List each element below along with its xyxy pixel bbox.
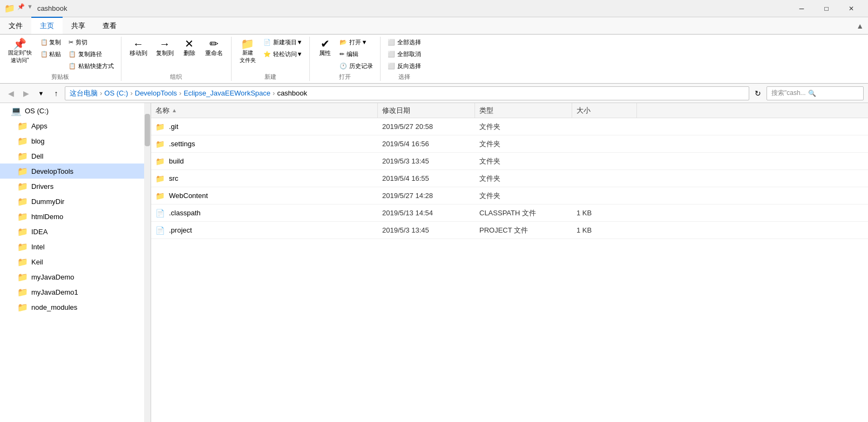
new-folder-icon: 📁: [241, 38, 254, 49]
pin-icon: 📌: [17, 3, 25, 13]
column-size-label: 大小: [577, 106, 591, 115]
sidebar-item-developtools[interactable]: 📁 DevelopTools: [0, 164, 151, 179]
select-label: 选择: [398, 73, 410, 81]
invert-selection-label: 反向选择: [397, 62, 421, 70]
path-sep-3: ›: [273, 89, 275, 97]
table-row[interactable]: 📁 src 2019/5/4 16:55 文件夹: [151, 170, 868, 187]
copy-button[interactable]: 📋 复制: [37, 37, 65, 48]
select-all-label: 全部选择: [397, 38, 421, 46]
main-layout: 💻 OS (C:) 📁 Apps 📁 blog 📁 Dell 📁 Develop…: [0, 103, 868, 422]
file-date-webcontent: 2019/5/27 14:28: [378, 187, 475, 204]
path-segment-4[interactable]: cashbook: [277, 89, 307, 97]
close-button[interactable]: ✕: [839, 0, 864, 17]
column-header-date[interactable]: 修改日期: [378, 103, 475, 118]
table-row[interactable]: 📁 build 2019/5/3 13:45 文件夹: [151, 153, 868, 170]
organize-buttons: ← 移动到 → 复制到 ✕ 删除 ✏ 重命名: [126, 37, 227, 72]
easy-access-label: 轻松访问▼: [273, 50, 303, 58]
ribbon-group-select: ⬜ 全部选择 ⬜ 全部取消 ⬜ 反向选择 选择: [381, 37, 428, 81]
cut-button[interactable]: ✂ 剪切: [66, 37, 117, 48]
history-icon: 🕐: [340, 63, 347, 70]
move-to-button[interactable]: ← 移动到: [126, 37, 151, 59]
copy-path-button[interactable]: 📋 复制路径: [66, 49, 117, 60]
table-row[interactable]: 📁 WebContent 2019/5/27 14:28 文件夹: [151, 187, 868, 205]
sidebar-item-htmldemo[interactable]: 📁 htmlDemo: [0, 209, 151, 224]
sidebar-blog-label: blog: [31, 137, 45, 145]
search-box[interactable]: 搜索"cash... 🔍: [767, 86, 864, 100]
delete-button[interactable]: ✕ 删除: [179, 37, 200, 59]
tab-file[interactable]: 文件: [0, 17, 31, 34]
sidebar-item-myjavademo[interactable]: 📁 myJavaDemo: [0, 269, 151, 284]
new-folder-button[interactable]: 📁 新建文件夹: [236, 37, 260, 66]
sidebar-item-apps[interactable]: 📁 Apps: [0, 118, 151, 133]
tab-view[interactable]: 查看: [94, 17, 125, 34]
path-segment-0[interactable]: 这台电脑: [70, 89, 98, 98]
path-segment-1[interactable]: OS (C:): [104, 89, 128, 97]
sidebar-item-node-modules[interactable]: 📁 node_modules: [0, 300, 151, 315]
new-item-button[interactable]: 📄 新建项目▼: [261, 37, 306, 48]
cut-icon: ✂: [69, 39, 73, 46]
sidebar-scrollbar[interactable]: [144, 103, 151, 422]
table-row[interactable]: 📁 .settings 2019/5/4 16:56 文件夹: [151, 135, 868, 153]
path-segment-3[interactable]: Eclipse_JavaEEWorkSpace: [184, 89, 270, 97]
file-type-project: PROJECT 文件: [475, 222, 572, 239]
column-header-type[interactable]: 类型: [475, 103, 572, 118]
tab-home[interactable]: 主页: [31, 17, 63, 34]
path-sep-1: ›: [130, 89, 132, 97]
edit-button[interactable]: ✏ 编辑: [337, 49, 376, 60]
file-name-src: 📁 src: [151, 170, 378, 187]
sidebar-item-dummydir[interactable]: 📁 DummyDir: [0, 194, 151, 209]
clipboard-buttons: 📌 固定到"快速访问" 📋 复制 📋 粘贴 ✂: [4, 37, 117, 72]
delete-icon: ✕: [185, 38, 194, 49]
copy-to-button[interactable]: → 复制到: [152, 37, 178, 59]
select-all-button[interactable]: ⬜ 全部选择: [385, 37, 424, 48]
table-row[interactable]: 📄 .project 2019/5/3 13:45 PROJECT 文件 1 K…: [151, 222, 868, 239]
sidebar-item-idea[interactable]: 📁 IDEA: [0, 224, 151, 239]
folder-icon-git: 📁: [155, 122, 165, 131]
up-button[interactable]: ↑: [50, 87, 63, 100]
sidebar-item-blog[interactable]: 📁 blog: [0, 133, 151, 148]
path-segment-2[interactable]: DevelopTools: [135, 89, 177, 97]
sidebar-item-keil[interactable]: 📁 Keil: [0, 254, 151, 269]
scrollbar-thumb[interactable]: [145, 114, 150, 146]
paste-shortcut-button[interactable]: 📋 粘贴快捷方式: [66, 60, 117, 72]
table-row[interactable]: 📁 .git 2019/5/27 20:58 文件夹: [151, 118, 868, 135]
paste-icon: 📋: [40, 51, 48, 58]
sidebar-item-dell[interactable]: 📁 Dell: [0, 148, 151, 164]
paste-button[interactable]: 📋 粘贴: [37, 49, 65, 60]
rename-icon: ✏: [209, 38, 219, 49]
sidebar-item-intel[interactable]: 📁 Intel: [0, 239, 151, 254]
new-item-icon: 📄: [263, 39, 271, 46]
pin-label: 固定到"快速访问": [8, 49, 32, 64]
history-button[interactable]: 🕐 历史记录: [337, 60, 376, 72]
file-name-project: 📄 .project: [151, 222, 378, 239]
sidebar-item-os-c[interactable]: 💻 OS (C:): [0, 103, 151, 118]
column-header-name[interactable]: 名称 ▲: [151, 103, 378, 118]
properties-button[interactable]: ✔ 属性: [314, 37, 336, 59]
back-button[interactable]: ◀: [4, 87, 17, 100]
ribbon-tab-bar: 文件 主页 共享 查看 ▲: [0, 17, 868, 35]
paste-shortcut-label: 粘贴快捷方式: [78, 62, 114, 70]
sidebar: 💻 OS (C:) 📁 Apps 📁 blog 📁 Dell 📁 Develop…: [0, 103, 151, 422]
easy-access-button[interactable]: ⭐ 轻松访问▼: [261, 49, 306, 60]
ribbon-collapse-icon[interactable]: ▲: [856, 22, 864, 30]
address-bar: ◀ ▶ ▼ ↑ 这台电脑 › OS (C:) › DevelopTools › …: [0, 84, 868, 103]
ribbon: 文件 主页 共享 查看 ▲ 📌 固定到"快速访问" 📋 复制: [0, 17, 868, 84]
pin-to-quick-access-button[interactable]: 📌 固定到"快速访问": [4, 37, 36, 66]
table-row[interactable]: 📄 .classpath 2019/5/13 14:54 CLASSPATH 文…: [151, 205, 868, 222]
maximize-button[interactable]: □: [814, 0, 839, 17]
sidebar-item-myjavademo1[interactable]: 📁 myJavaDemo1: [0, 284, 151, 300]
rename-button[interactable]: ✏ 重命名: [201, 37, 227, 59]
refresh-button[interactable]: ↻: [751, 87, 764, 100]
select-none-button[interactable]: ⬜ 全部取消: [385, 49, 424, 60]
forward-button[interactable]: ▶: [19, 87, 32, 100]
ribbon-content: 📌 固定到"快速访问" 📋 复制 📋 粘贴 ✂: [0, 35, 868, 83]
invert-selection-button[interactable]: ⬜ 反向选择: [385, 60, 424, 72]
tab-share[interactable]: 共享: [63, 17, 94, 34]
minimize-button[interactable]: ─: [789, 0, 814, 17]
address-path[interactable]: 这台电脑 › OS (C:) › DevelopTools › Eclipse_…: [65, 86, 749, 100]
column-header-size[interactable]: 大小: [572, 103, 637, 118]
sidebar-item-drivers[interactable]: 📁 Drivers: [0, 179, 151, 194]
copy-to-label: 复制到: [156, 49, 174, 57]
open-button[interactable]: 📂 打开▼: [337, 37, 376, 48]
recent-button[interactable]: ▼: [35, 87, 48, 100]
